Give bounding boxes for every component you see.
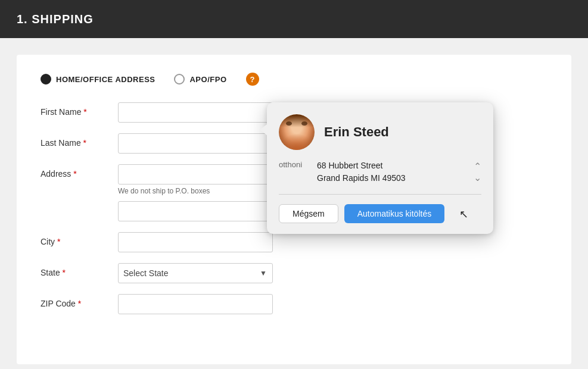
radio-home-office[interactable]: Home/Office Address <box>41 74 155 85</box>
popup-buttons: Mégsem Automatikus kitöltés <box>279 204 481 223</box>
popup-address-row: otthoni 68 Hubbert Street Grand Rapids M… <box>279 160 481 195</box>
address-input[interactable] <box>118 164 273 185</box>
popup-address-line2: Grand Rapids MI 49503 <box>317 172 406 185</box>
autofill-popup: Erin Steed otthoni 68 Hubbert Street Gra… <box>267 102 493 234</box>
radio-apo-fpo-dot <box>174 74 185 85</box>
zip-input[interactable] <box>118 294 273 314</box>
popup-address-line1: 68 Hubbert Street <box>317 160 406 172</box>
user-avatar <box>279 114 315 150</box>
city-input-wrap <box>118 232 273 252</box>
popup-address-label: otthoni <box>279 160 310 169</box>
zip-row: ZIP Code * <box>41 294 547 314</box>
autofill-button[interactable]: Automatikus kitöltés <box>344 204 445 223</box>
address-chevron-icon[interactable]: ⌃⌄ <box>474 160 481 183</box>
city-input[interactable] <box>118 232 273 252</box>
state-label: State * <box>41 263 118 277</box>
radio-home-office-label: Home/Office Address <box>56 75 155 84</box>
last-name-required: * <box>83 138 86 148</box>
radio-apo-fpo[interactable]: APO/FPO <box>174 74 226 85</box>
radio-home-office-dot <box>41 74 51 85</box>
zip-label: ZIP Code * <box>41 294 118 308</box>
city-required: * <box>57 237 60 246</box>
address2-input[interactable] <box>118 201 273 221</box>
city-row: City * <box>41 232 547 252</box>
first-name-required: * <box>83 107 86 117</box>
last-name-input-wrap <box>118 133 273 154</box>
address-input-wrap: We do not ship to P.O. boxes <box>118 164 273 221</box>
address-required: * <box>73 169 76 179</box>
state-select[interactable]: Select State Alabama Alaska Arizona Mich… <box>118 263 273 283</box>
popup-user-name: Erin Steed <box>324 124 389 140</box>
page-title: 1. Shipping <box>17 12 94 26</box>
last-name-label: Last Name * <box>41 133 118 148</box>
last-name-input[interactable] <box>118 133 273 154</box>
help-button[interactable]: ? <box>246 73 259 86</box>
address-type-row: Home/Office Address APO/FPO ? <box>41 73 547 86</box>
city-label: City * <box>41 232 118 246</box>
first-name-input-wrap <box>118 102 273 123</box>
zip-input-wrap <box>118 294 273 314</box>
address-label: Address * <box>41 164 118 179</box>
first-name-label: First Name * <box>41 102 118 117</box>
popup-address-text: 68 Hubbert Street Grand Rapids MI 49503 <box>317 160 406 185</box>
state-select-container: Select State Alabama Alaska Arizona Mich… <box>118 263 273 283</box>
state-row: State * Select State Alabama Alaska Ariz… <box>41 263 547 283</box>
first-name-input[interactable] <box>118 102 273 123</box>
main-content: Home/Office Address APO/FPO ? First Name… <box>17 55 571 364</box>
state-select-wrap: Select State Alabama Alaska Arizona Mich… <box>118 263 273 283</box>
cancel-button[interactable]: Mégsem <box>279 204 338 223</box>
popup-user-row: Erin Steed <box>279 114 481 150</box>
radio-apo-fpo-label: APO/FPO <box>189 75 226 84</box>
zip-required: * <box>78 299 81 308</box>
avatar-face <box>279 114 315 150</box>
address-hint: We do not ship to P.O. boxes <box>118 187 273 195</box>
state-required: * <box>63 268 66 277</box>
page-header: 1. Shipping <box>0 0 588 38</box>
